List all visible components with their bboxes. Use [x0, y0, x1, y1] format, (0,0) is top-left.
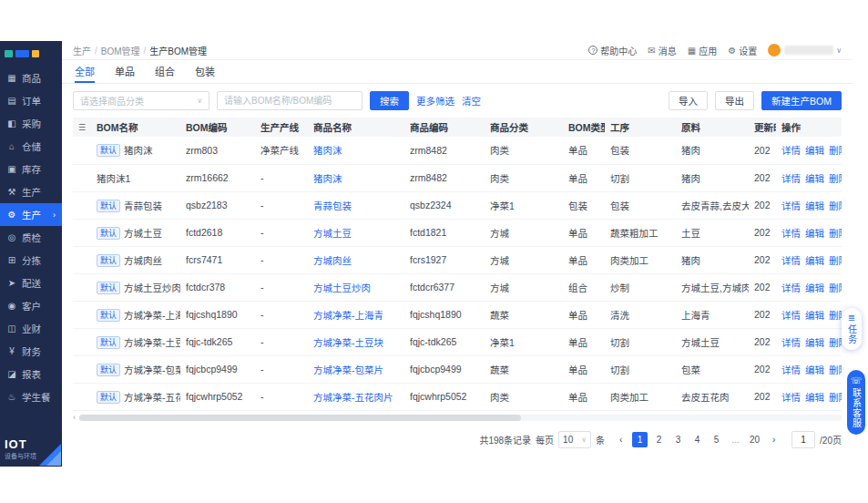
- action-detail-link[interactable]: 详情: [781, 364, 801, 375]
- sidebar-item-报表[interactable]: ◪报表: [0, 363, 62, 385]
- action-detail-link[interactable]: 详情: [781, 392, 801, 403]
- action-delete-link[interactable]: 删除: [829, 255, 842, 266]
- action-delete-link[interactable]: 删除: [829, 228, 842, 239]
- product-name-link[interactable]: 方城净菜-五花肉片: [313, 392, 393, 403]
- bom-code-cell: fqjcbcp9499: [180, 355, 255, 383]
- sidebar-item-业财[interactable]: ◫业财: [0, 317, 62, 340]
- action-delete-link[interactable]: 删除: [829, 145, 842, 156]
- column-settings-icon[interactable]: ☰: [73, 118, 91, 137]
- product-name-link[interactable]: 方城净菜-上海青: [313, 310, 383, 321]
- product-name-link[interactable]: 猪肉沫: [313, 173, 342, 184]
- action-detail-link[interactable]: 详情: [781, 145, 801, 156]
- product-name-link[interactable]: 猪肉沫: [313, 145, 342, 156]
- product-name-link[interactable]: 方城净菜-土豆块: [313, 337, 383, 348]
- action-edit-link[interactable]: 编辑: [805, 173, 824, 184]
- help-center-button[interactable]: ? 帮助中心: [588, 44, 637, 57]
- product-name-link[interactable]: 方城净菜-包菜片: [313, 364, 383, 375]
- sidebar-item-订单[interactable]: ▤订单: [0, 89, 62, 112]
- task-float-button[interactable]: ≣ 任务: [842, 308, 862, 350]
- action-delete-link[interactable]: 删除: [829, 310, 842, 321]
- action-edit-link[interactable]: 编辑: [805, 200, 824, 211]
- more-filters-link[interactable]: 更多筛选: [416, 94, 454, 108]
- action-edit-link[interactable]: 编辑: [805, 255, 824, 266]
- page-button-1[interactable]: 1: [632, 432, 648, 447]
- product-name-link[interactable]: 方城土豆: [313, 228, 352, 239]
- customer-service-float-button[interactable]: ☏ 联系客服: [847, 370, 865, 435]
- action-edit-link[interactable]: 编辑: [805, 392, 824, 403]
- sidebar-item-生产[interactable]: ⚙生产›: [0, 203, 62, 226]
- prev-page-button[interactable]: ‹: [613, 432, 628, 447]
- tab-包装[interactable]: 包装: [195, 60, 215, 83]
- action-edit-link[interactable]: 编辑: [805, 228, 824, 239]
- sidebar-item-客户[interactable]: ◉客户: [0, 294, 62, 317]
- action-edit-link[interactable]: 编辑: [805, 310, 824, 321]
- default-tag: 默认: [97, 144, 120, 157]
- sidebar-item-学生餐[interactable]: ♨学生餐: [0, 385, 62, 408]
- row-spacer-cell: [73, 191, 91, 219]
- action-delete-link[interactable]: 删除: [829, 282, 842, 293]
- page-button-4[interactable]: 4: [689, 432, 705, 447]
- page-button-20[interactable]: 20: [747, 432, 762, 447]
- next-page-button[interactable]: ›: [766, 432, 781, 447]
- product-name-cell: 方城净菜-包菜片: [308, 355, 404, 383]
- action-detail-link[interactable]: 详情: [781, 255, 801, 266]
- product-name-link[interactable]: 方城土豆炒肉: [313, 282, 371, 293]
- sidebar-item-分拣[interactable]: ⊞分拣: [0, 249, 62, 272]
- sidebar-item-生产[interactable]: ⚒生产: [0, 180, 62, 203]
- clear-filters-link[interactable]: 清空: [462, 94, 481, 108]
- sidebar-item-商品[interactable]: ▦商品: [0, 67, 62, 89]
- user-menu[interactable]: ∨: [768, 44, 842, 56]
- page-jump-input[interactable]: [791, 431, 815, 448]
- tab-单品[interactable]: 单品: [115, 60, 135, 83]
- product-name-link[interactable]: 方城肉丝: [313, 255, 352, 266]
- process-cell: 炒制: [605, 273, 676, 301]
- action-detail-link[interactable]: 详情: [781, 173, 801, 184]
- orders-icon: ▤: [6, 96, 17, 106]
- product-name-link[interactable]: 青蒜包装: [313, 200, 352, 211]
- page-button-2[interactable]: 2: [651, 432, 667, 447]
- action-delete-link[interactable]: 删除: [829, 337, 842, 348]
- page-button-3[interactable]: 3: [670, 432, 686, 447]
- action-edit-link[interactable]: 编辑: [805, 282, 824, 293]
- tab-组合[interactable]: 组合: [155, 60, 175, 83]
- action-edit-link[interactable]: 编辑: [805, 337, 824, 348]
- sidebar-item-仓储[interactable]: ⌂仓储: [0, 135, 62, 158]
- search-button[interactable]: 搜索: [370, 91, 409, 110]
- action-detail-link[interactable]: 详情: [781, 282, 801, 293]
- action-detail-link[interactable]: 详情: [781, 228, 801, 239]
- action-delete-link[interactable]: 删除: [829, 392, 842, 403]
- messages-button[interactable]: ✉ 消息: [648, 44, 676, 57]
- sidebar-item-库存[interactable]: ▣库存: [0, 158, 62, 180]
- chevron-down-icon: ∨: [581, 436, 587, 444]
- keyword-input[interactable]: [217, 91, 363, 110]
- action-edit-link[interactable]: 编辑: [805, 364, 824, 375]
- action-delete-link[interactable]: 删除: [829, 173, 842, 184]
- scroll-left-hint-icon[interactable]: ‹: [73, 414, 76, 422]
- action-delete-link[interactable]: 删除: [829, 200, 842, 211]
- settings-button[interactable]: ⚙ 设置: [728, 44, 757, 57]
- export-button[interactable]: 导出: [715, 91, 754, 110]
- breadcrumb-item[interactable]: BOM管理: [101, 44, 140, 57]
- page-button-5[interactable]: 5: [709, 432, 724, 447]
- import-button[interactable]: 导入: [669, 91, 708, 110]
- tab-全部[interactable]: 全部: [75, 60, 95, 83]
- sidebar-item-配送[interactable]: ➤配送: [0, 272, 62, 294]
- breadcrumb-item[interactable]: 生产: [73, 44, 91, 57]
- category-select[interactable]: 请选择商品分类 ∨: [73, 91, 209, 110]
- product-name-cell: 猪肉沫: [308, 164, 404, 191]
- action-delete-link[interactable]: 删除: [829, 364, 842, 375]
- scrollbar-thumb[interactable]: [79, 415, 521, 421]
- sidebar-item-质检[interactable]: ◎质检: [0, 226, 62, 249]
- pager-ellipsis: ...: [728, 432, 743, 447]
- apps-button[interactable]: ▦ 应用: [688, 44, 717, 57]
- bom-name-text: 青蒜包装: [124, 200, 162, 211]
- product-code-cell: fcrs1927: [404, 246, 485, 273]
- action-detail-link[interactable]: 详情: [781, 200, 801, 211]
- per-page-select[interactable]: 10 ∨: [558, 431, 591, 448]
- sidebar-item-采购[interactable]: ◧采购: [0, 112, 62, 135]
- sidebar-item-财务[interactable]: ¥财务: [0, 340, 62, 363]
- action-detail-link[interactable]: 详情: [781, 310, 801, 321]
- create-bom-button[interactable]: 新建生产BOM: [761, 91, 842, 110]
- action-detail-link[interactable]: 详情: [781, 337, 801, 348]
- action-edit-link[interactable]: 编辑: [805, 145, 824, 156]
